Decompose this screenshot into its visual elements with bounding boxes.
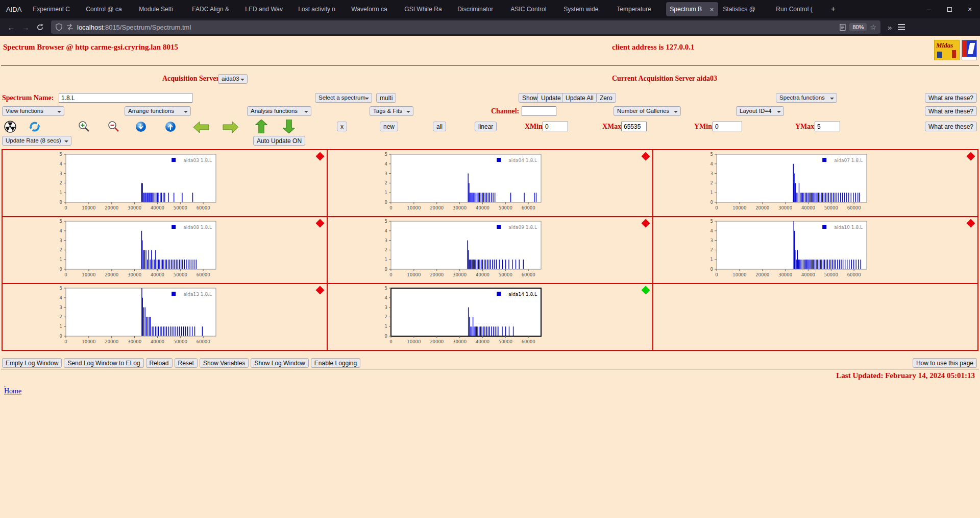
browser-tab[interactable]: Lost activity n — [295, 2, 347, 16]
spectrum-plot[interactable]: 0123450100002000030000400005000060000aid… — [699, 218, 871, 281]
close-button[interactable]: × — [960, 0, 980, 18]
overflow-menu-icon[interactable]: » — [885, 23, 895, 32]
select-a-spectrum-select[interactable]: Select a spectrum — [315, 93, 372, 103]
browser-tab[interactable]: ASIC Control — [507, 2, 559, 16]
ymax-input[interactable] — [815, 122, 840, 131]
browser-tab[interactable]: Control @ ca — [82, 2, 134, 16]
spectrum-plot[interactable]: 0123450100002000030000400005000060000aid… — [374, 151, 545, 215]
spectrum-plot[interactable]: 0123450100002000030000400005000060000aid… — [374, 285, 545, 348]
multi-button[interactable]: multi — [376, 93, 396, 103]
url-bar[interactable]: localhost:8015/Spectrum/Spectrum.tml 80%… — [51, 20, 880, 34]
log-button[interactable]: Reset — [175, 358, 198, 368]
gallery-cell[interactable]: 0123450100002000030000400005000060000aid… — [327, 284, 652, 350]
what-are-these-button[interactable]: What are these? — [925, 122, 977, 131]
arrow-up-icon[interactable] — [255, 120, 267, 135]
home-link[interactable]: Home — [4, 387, 21, 395]
channel-input[interactable] — [522, 106, 556, 116]
linear-button[interactable]: linear — [475, 122, 497, 131]
update-button[interactable]: Update — [537, 93, 565, 103]
analysis-functions-select[interactable]: Analysis functions — [247, 106, 311, 116]
maximize-button[interactable] — [939, 0, 960, 18]
ymin-label: YMin — [694, 123, 712, 131]
what-are-these-button[interactable]: What are these? — [925, 106, 977, 116]
all-button[interactable]: all — [433, 122, 446, 131]
arrow-right-icon[interactable] — [223, 122, 239, 135]
gallery-cell[interactable]: 0123450100002000030000400005000060000aid… — [2, 217, 327, 284]
gallery-cell[interactable]: 0123450100002000030000400005000060000aid… — [653, 217, 978, 284]
spectrum-plot[interactable]: 0123450100002000030000400005000060000aid… — [48, 285, 220, 348]
zoom-out-icon[interactable] — [107, 121, 120, 135]
svg-text:30000: 30000 — [128, 339, 141, 344]
arrow-left-icon[interactable] — [193, 122, 209, 135]
how-to-button[interactable]: How to use this page — [913, 358, 977, 368]
browser-tab[interactable]: Module Setti — [135, 2, 187, 16]
log-button[interactable]: Empty Log Window — [2, 358, 62, 368]
zoom-indicator[interactable]: 80% — [849, 23, 867, 31]
auto-update-button[interactable]: Auto Update ON — [253, 136, 305, 146]
view-functions-select[interactable]: View functions — [2, 106, 64, 116]
tags-fits-select[interactable]: Tags & Fits — [370, 106, 413, 116]
spectrum-name-input[interactable] — [59, 93, 192, 103]
browser-tab[interactable]: LED and Wav — [241, 2, 293, 16]
tab-close-icon[interactable]: × — [709, 6, 715, 13]
bookmark-star-icon[interactable]: ☆ — [870, 23, 876, 31]
gallery-cell[interactable]: 0123450100002000030000400005000060000aid… — [327, 150, 652, 217]
reload-button[interactable] — [33, 20, 47, 34]
update-rate-select[interactable]: Update Rate (8 secs) — [2, 136, 71, 146]
gallery-cell[interactable]: 0123450100002000030000400005000060000aid… — [2, 284, 327, 350]
new-tab-button[interactable]: + — [826, 3, 840, 16]
browser-tab[interactable]: System wide — [560, 2, 612, 16]
browser-tab[interactable]: GSI White Ra — [401, 2, 453, 16]
back-button[interactable]: ← — [4, 20, 18, 34]
svg-text:aida04 1.8.L: aida04 1.8.L — [509, 158, 537, 163]
log-button[interactable]: Send Log Window to ELog — [64, 358, 143, 368]
blue-orb-up-icon[interactable] — [164, 121, 177, 135]
svg-text:3: 3 — [710, 171, 713, 176]
zero-button[interactable]: Zero — [596, 93, 616, 103]
what-are-these-button[interactable]: What are these? — [925, 93, 977, 103]
blue-orb-down-icon[interactable] — [135, 121, 147, 135]
log-button[interactable]: Show Log Window — [251, 358, 308, 368]
svg-text:1: 1 — [60, 324, 62, 329]
svg-text:1: 1 — [710, 257, 713, 262]
zoom-in-icon[interactable] — [78, 121, 91, 135]
gallery-cell[interactable]: 0123450100002000030000400005000060000aid… — [2, 150, 327, 217]
log-button[interactable]: Enable Logging — [311, 358, 360, 368]
refresh-icon[interactable] — [29, 121, 41, 135]
ymin-input[interactable] — [713, 122, 742, 131]
arrange-functions-select[interactable]: Arrange functions — [125, 106, 191, 116]
browser-tab[interactable]: Waveform ca — [348, 2, 400, 16]
browser-tab[interactable]: Spectrum B× — [666, 2, 718, 16]
shield-icon[interactable] — [55, 23, 63, 31]
spectrum-plot[interactable]: 0123450100002000030000400005000060000aid… — [699, 151, 871, 215]
arrow-down-icon[interactable] — [283, 120, 295, 135]
xmin-input[interactable] — [543, 122, 568, 131]
x-button[interactable]: x — [337, 122, 347, 131]
log-button[interactable]: Reload — [146, 358, 173, 368]
acquisition-server-select[interactable]: aida03 — [218, 74, 248, 84]
layout-id-select[interactable]: Layout ID=4 — [736, 106, 784, 116]
update-all-button[interactable]: Update All — [562, 93, 597, 103]
minimize-button[interactable]: – — [919, 0, 939, 18]
number-of-galleries-select[interactable]: Number of Galleries — [614, 106, 681, 116]
app-menu-icon[interactable] — [895, 21, 908, 33]
new-button[interactable]: new — [380, 122, 398, 131]
log-button[interactable]: Show Variables — [200, 358, 249, 368]
gallery-cell[interactable]: 0123450100002000030000400005000060000aid… — [327, 217, 652, 284]
reader-view-icon[interactable] — [839, 23, 846, 31]
browser-tab[interactable]: FADC Align & — [188, 2, 240, 16]
browser-tab[interactable]: Run Control ( — [772, 2, 824, 16]
forward-button[interactable]: → — [18, 20, 33, 34]
browser-tab[interactable]: Temperature — [613, 2, 665, 16]
browser-tab[interactable]: Statistics @ — [719, 2, 771, 16]
browser-tab[interactable]: Discriminator — [454, 2, 506, 16]
gallery-cell[interactable]: 0123450100002000030000400005000060000aid… — [653, 150, 978, 217]
site-info-icon[interactable] — [66, 23, 74, 31]
spectra-functions-select[interactable]: Spectra functions — [776, 93, 837, 103]
spectrum-plot[interactable]: 0123450100002000030000400005000060000aid… — [48, 151, 220, 215]
xmax-input[interactable] — [621, 122, 647, 131]
spectrum-plot[interactable]: 0123450100002000030000400005000060000aid… — [48, 218, 220, 281]
radiation-icon[interactable] — [4, 121, 16, 135]
browser-tab[interactable]: Experiment C — [29, 2, 81, 16]
spectrum-plot[interactable]: 0123450100002000030000400005000060000aid… — [374, 218, 545, 281]
